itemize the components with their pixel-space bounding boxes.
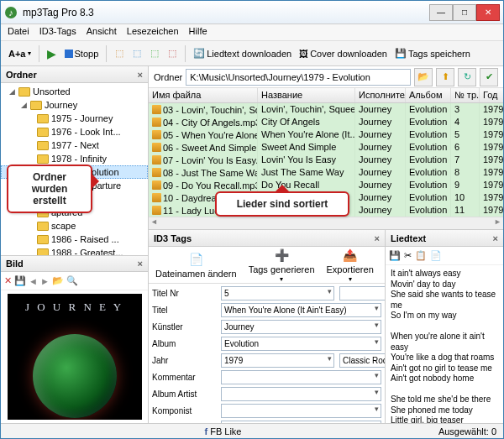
column-header[interactable]: Имя файла [149,88,258,102]
table-row[interactable]: 07 - Lovin' You Is Easy.mp3 Lovin' You I… [149,154,503,166]
table-row[interactable]: 09 - Do You Recall.mp3 Do You RecallJour… [149,179,503,191]
maximize-button[interactable]: □ [453,4,476,21]
table-row[interactable]: 03 - Lovin', Touchin', Squeezin'.mp3 Lov… [149,103,503,116]
menu-lesezeichen[interactable]: Lesezeichen [127,26,179,39]
music-icon [152,130,161,139]
tree-item[interactable]: 1978 - Infinity [1,152,148,165]
refresh-button[interactable]: ↻ [458,68,476,86]
close-icon[interactable]: × [493,233,498,243]
close-icon[interactable]: × [138,70,143,80]
id3-form: Titel Nr CD Nr BPM Titel Künstler Album … [149,284,385,423]
next-icon[interactable]: ► [40,276,50,286]
music-icon [152,168,161,177]
save-icon[interactable]: 💾 [14,275,26,286]
open-icon[interactable]: 📂 [52,275,64,286]
cut-icon[interactable]: ✂ [404,250,412,261]
year-input[interactable] [221,353,334,368]
liedtext-panel-header: Liedtext× [386,230,503,247]
titlebar: ♪ mp3Tag Pro 8.3 — □ ✕ [1,1,503,24]
table-row[interactable]: 04 - City Of Angels.mp3 City Of AngelsJo… [149,116,503,128]
play-button[interactable]: ▶ [45,44,60,63]
music-icon [152,105,161,114]
statusbar: f FB Like Ausgewählt: 0 [1,423,503,438]
path-input[interactable] [186,69,411,86]
tool-btn-2[interactable]: ⬚ [129,44,144,63]
save-icon[interactable]: 💾 [389,250,401,261]
tree-item[interactable]: ◢Journey [1,98,148,112]
lyrics-toolbar: 💾 ✂ 📋 📄 [386,247,503,265]
up-button[interactable]: ⬆ [436,68,454,86]
table-row[interactable]: 08 - Just The Same Way.mp3 Just The Same… [149,166,503,179]
comment-input[interactable] [221,370,381,384]
lyrics-text[interactable]: It ain't always easy Movin' day to day S… [386,265,503,423]
album-input[interactable] [221,337,381,351]
close-icon[interactable]: × [138,259,143,269]
albumartist-input[interactable] [221,387,381,401]
tool-btn-4[interactable]: ⬚ [165,44,180,63]
cover-download-button[interactable]: 🖼Cover downloaden [297,44,390,63]
path-label: Ordner [154,72,182,82]
tool-btn-3[interactable]: ⬚ [147,44,162,63]
title-input[interactable] [221,303,381,317]
tags-save-button[interactable]: 💾Tags speichern [392,44,473,63]
close-icon[interactable]: × [375,233,380,243]
generate-tags-button[interactable]: ➕Tags generieren▾ [249,247,315,283]
tree-item[interactable]: 1977 - Next [1,138,148,152]
close-button[interactable]: ✕ [476,4,500,21]
liedtext-download-button[interactable]: 🔄Liedtext downloaden [191,44,294,63]
cdnr-input[interactable] [339,286,385,301]
origartist-input[interactable] [221,421,381,423]
bild-toolbar: ✕ 💾 ◄ ► 📂 🔍 [1,272,148,290]
column-header[interactable]: № тр... [451,88,480,102]
prev-icon[interactable]: ◄ [29,276,38,286]
delete-icon[interactable]: ✕ [4,275,12,286]
menu-ansicht[interactable]: Ansicht [87,26,117,39]
menu-id3tags[interactable]: ID3-Tags [39,26,76,39]
tree-item[interactable]: 1986 - Raised ... [1,233,148,246]
tool-btn-1[interactable]: ⬚ [112,44,127,63]
tree-item[interactable]: scape [1,219,148,233]
tree-item[interactable]: 1975 - Journey [1,112,148,125]
font-button[interactable]: A+a▾ [6,44,34,63]
music-icon [152,155,161,165]
ordner-panel-header: Ordner× [1,66,148,83]
stop-button[interactable]: Stopp [62,44,102,63]
table-row[interactable]: 06 - Sweet And Simple.mp3 Sweet And Simp… [149,141,503,154]
check-button[interactable]: ✔ [480,68,498,86]
minimize-button[interactable]: — [429,4,453,21]
tree-item[interactable]: 1988 - Greatest... [1,246,148,255]
callout-songs-sorted: Lieder sind sortiert [215,191,349,217]
menu-datei[interactable]: Datei [8,26,29,39]
id3-panel-header: ID3 Tags× [149,230,385,247]
bild-panel-header: Bild× [1,255,148,272]
music-icon [152,143,161,152]
column-header[interactable]: Исполнитель [355,88,406,102]
copy-icon[interactable]: 📋 [415,250,427,261]
column-header[interactable]: Название [258,88,355,102]
column-header[interactable]: Год [480,88,503,102]
rename-files-button[interactable]: 📄Dateinamen ändern [155,251,237,279]
browse-button[interactable]: 📂 [414,68,433,86]
album-art: J O U R N E Y [8,294,142,420]
app-icon: ♪ [4,6,18,19]
composer-input[interactable] [221,404,381,418]
column-header[interactable]: Альбом [406,88,451,102]
genre-input[interactable] [339,353,385,368]
window-title: mp3Tag Pro 8.3 [23,7,429,18]
music-icon [152,206,161,215]
zoom-icon[interactable]: 🔍 [66,275,78,286]
menu-hilfe[interactable]: Hilfe [189,26,207,39]
export-button[interactable]: 📤Exportieren▾ [327,247,374,283]
track-input[interactable] [221,286,334,301]
artist-input[interactable] [221,320,381,334]
table-row[interactable]: 05 - When You're Alone (It Ain't Eas... … [149,128,503,141]
music-icon [152,193,161,202]
main-toolbar: A+a▾ ▶ Stopp ⬚ ⬚ ⬚ ⬚ 🔄Liedtext downloade… [1,41,503,66]
tree-item[interactable]: ◢Unsorted [1,85,148,98]
music-icon [152,118,161,127]
tree-item[interactable]: 1976 - Look Int... [1,125,148,138]
horizontal-scrollbar[interactable] [149,217,503,229]
menubar: Datei ID3-Tags Ansicht Lesezeichen Hilfe [1,24,503,41]
music-icon [152,180,161,190]
paste-icon[interactable]: 📄 [430,250,442,261]
